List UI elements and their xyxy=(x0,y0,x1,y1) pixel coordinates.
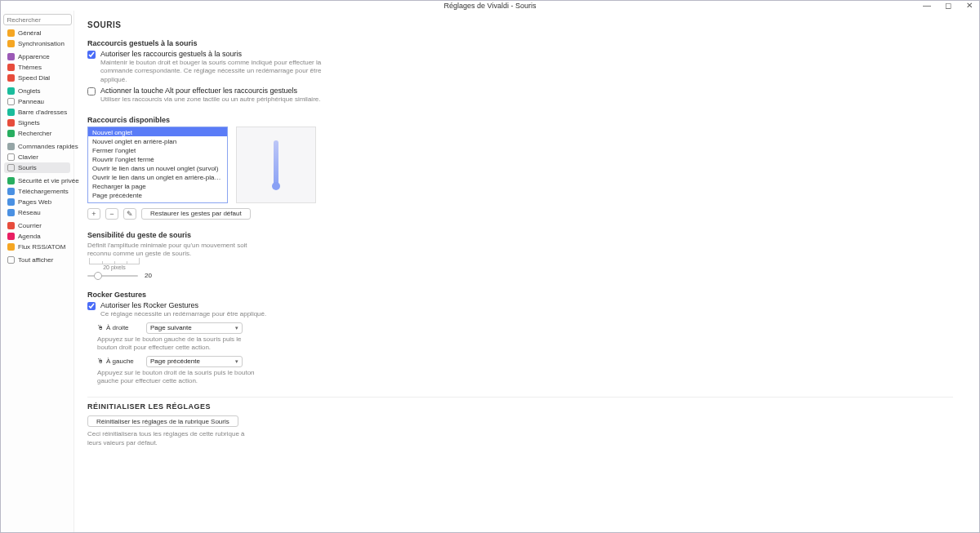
rocker-left-value: Page précédente xyxy=(150,358,200,365)
general-icon xyxy=(7,29,15,37)
gesture-preview xyxy=(236,127,316,203)
list-item[interactable]: Recharger la page xyxy=(88,181,227,190)
list-item[interactable]: Page précédente xyxy=(88,190,227,199)
window-controls: — ◻ ✕ xyxy=(920,1,976,10)
gestures-section: Raccourcis gestuels à la souris Autorise… xyxy=(87,39,414,104)
mouse-icon: 🖱 xyxy=(97,358,104,365)
sidebar-item-label: Agenda xyxy=(18,233,41,240)
sidebar-item-label: Tout afficher xyxy=(18,256,53,264)
sidebar-item-label: Rechercher xyxy=(18,130,51,137)
sidebar-item-show-all[interactable]: Tout afficher xyxy=(4,255,70,265)
sidebar-item-label: Réseau xyxy=(18,209,41,216)
gestures-title: Raccourcis gestuels à la souris xyxy=(87,39,414,47)
allow-gestures-label: Autoriser les raccourcis gestuels à la s… xyxy=(100,50,414,58)
allow-gestures-row: Autoriser les raccourcis gestuels à la s… xyxy=(87,50,414,84)
rocker-left-label: À gauche xyxy=(106,358,134,365)
sidebar-item-keyboard[interactable]: Clavier xyxy=(4,152,70,162)
sidebar-item-label: Panneau xyxy=(18,98,44,105)
sensitivity-section: Sensibilité du geste de souris Définit l… xyxy=(87,231,414,280)
sidebar-item-quick-commands[interactable]: Commandes rapides xyxy=(4,141,70,152)
list-item[interactable]: Nouvel onglet en arrière-plan xyxy=(88,136,227,145)
sidebar-item-mail[interactable]: Courrier xyxy=(4,220,70,231)
sidebar-item-label: Signets xyxy=(18,119,40,127)
edit-gesture-button[interactable]: ✎ xyxy=(123,208,136,220)
shortcuts-listbox[interactable]: Nouvel ongletNouvel onglet en arrière-pl… xyxy=(87,127,228,203)
sidebar-item-themes[interactable]: Thèmes xyxy=(4,62,70,73)
sidebar-item-label: Synchronisation xyxy=(18,40,65,47)
sidebar-item-downloads[interactable]: Téléchargements xyxy=(4,186,70,197)
restore-gestures-button[interactable]: Restaurer les gestes par défaut xyxy=(141,208,251,220)
list-item[interactable]: Ouvrir le lien dans un nouvel onglet (su… xyxy=(88,163,227,172)
sidebar-item-general[interactable]: Général xyxy=(4,28,70,38)
sidebar-item-sync[interactable]: Synchronisation xyxy=(4,38,70,49)
sidebar-item-bookmarks[interactable]: Signets xyxy=(4,118,70,128)
sidebar-item-calendar[interactable]: Agenda xyxy=(4,231,70,242)
slider-ruler xyxy=(89,258,140,264)
maximize-button[interactable]: ◻ xyxy=(942,1,955,10)
sidebar-item-address-bar[interactable]: Barre d'adresses xyxy=(4,107,70,118)
window-title: Réglages de Vivaldi - Souris xyxy=(444,2,537,10)
privacy-icon xyxy=(7,177,15,184)
rocker-right-label: À droite xyxy=(106,324,129,331)
rocker-right-select[interactable]: Page suivante ▾ xyxy=(146,322,243,334)
rocker-right-desc: Appuyez sur le bouton gauche de la souri… xyxy=(97,335,261,353)
panel-icon xyxy=(7,98,15,105)
sidebar-item-tabs[interactable]: Onglets xyxy=(4,86,70,96)
sensitivity-slider[interactable] xyxy=(87,275,138,277)
rocker-title: Rocker Gestures xyxy=(87,291,414,299)
sidebar: GénéralSynchronisationApparenceThèmesSpe… xyxy=(1,11,74,532)
sidebar-item-panel[interactable]: Panneau xyxy=(4,96,70,107)
allow-rocker-label: Autoriser les Rocker Gestures xyxy=(100,301,414,309)
list-item[interactable]: Page suivante xyxy=(88,199,227,203)
sidebar-item-feeds[interactable]: Flux RSS/ATOM xyxy=(4,242,70,252)
sidebar-item-network[interactable]: Réseau xyxy=(4,207,70,218)
rocker-section: Rocker Gestures Autoriser les Rocker Ges… xyxy=(87,291,414,385)
add-gesture-button[interactable]: + xyxy=(87,208,100,220)
remove-gesture-button[interactable]: − xyxy=(105,208,118,220)
webpages-icon xyxy=(7,198,15,206)
list-item[interactable]: Ouvrir le lien dans un onglet en arrière… xyxy=(88,172,227,181)
sensitivity-title: Sensibilité du geste de souris xyxy=(87,231,414,239)
sidebar-item-privacy[interactable]: Sécurité et vie privée xyxy=(4,175,70,186)
sidebar-item-label: Speed Dial xyxy=(18,74,50,82)
rocker-left-desc: Appuyez sur le bouton droit de la souris… xyxy=(97,369,261,386)
reset-desc: Ceci réinitialisera tous les réglages de… xyxy=(87,430,251,447)
minimize-button[interactable]: — xyxy=(920,1,933,10)
close-button[interactable]: ✕ xyxy=(963,1,976,10)
rocker-left-select[interactable]: Page précédente ▾ xyxy=(146,356,243,367)
allow-rocker-row: Autoriser les Rocker Gestures Ce réglage… xyxy=(87,301,414,318)
keyboard-icon xyxy=(7,153,15,161)
sidebar-item-label: Clavier xyxy=(18,153,38,161)
sidebar-item-label: Flux RSS/ATOM xyxy=(18,243,65,251)
list-item[interactable]: Fermer l'onglet xyxy=(88,145,227,154)
content-area: SOURIS Raccourcis gestuels à la souris A… xyxy=(74,11,979,532)
sensitivity-desc: Définit l'amplitude minimale pour qu'un … xyxy=(87,242,251,259)
reset-section: RÉINITIALISER LES RÉGLAGES Réinitialiser… xyxy=(87,402,953,447)
sidebar-item-appearance[interactable]: Apparence xyxy=(4,51,70,62)
sensitivity-value: 20 xyxy=(145,272,152,279)
allow-gestures-checkbox[interactable] xyxy=(87,51,96,59)
sidebar-item-mouse[interactable]: Souris xyxy=(4,162,70,173)
list-item[interactable]: Nouvel onglet xyxy=(88,127,227,136)
page-title: SOURIS xyxy=(87,20,966,29)
speed-dial-icon xyxy=(7,74,15,82)
sidebar-item-label: Thèmes xyxy=(18,64,42,71)
chevron-down-icon: ▾ xyxy=(235,325,238,331)
slider-unit-label: 20 pixels xyxy=(89,264,140,270)
calendar-icon xyxy=(7,233,15,240)
sidebar-item-webpages[interactable]: Pages Web xyxy=(4,197,70,207)
sidebar-item-search[interactable]: Rechercher xyxy=(4,128,70,139)
sidebar-item-label: Commandes rapides xyxy=(18,143,78,150)
sidebar-item-label: Téléchargements xyxy=(18,188,69,195)
search-input[interactable] xyxy=(3,14,72,25)
sidebar-item-label: Général xyxy=(18,29,41,37)
list-item[interactable]: Rouvrir l'onglet fermé xyxy=(88,154,227,163)
alt-gestures-row: Actionner la touche Alt pour effectuer l… xyxy=(87,87,414,104)
allow-rocker-checkbox[interactable] xyxy=(87,302,96,310)
reset-button[interactable]: Réinitialiser les réglages de la rubriqu… xyxy=(87,415,238,427)
alt-gestures-desc: Utiliser les raccourcis via une zone tac… xyxy=(100,95,329,104)
sidebar-item-label: Sécurité et vie privée xyxy=(18,177,79,184)
sidebar-item-speed-dial[interactable]: Speed Dial xyxy=(4,73,70,83)
shortcuts-title: Raccourcis disponibles xyxy=(87,116,414,124)
alt-gestures-checkbox[interactable] xyxy=(87,87,96,95)
